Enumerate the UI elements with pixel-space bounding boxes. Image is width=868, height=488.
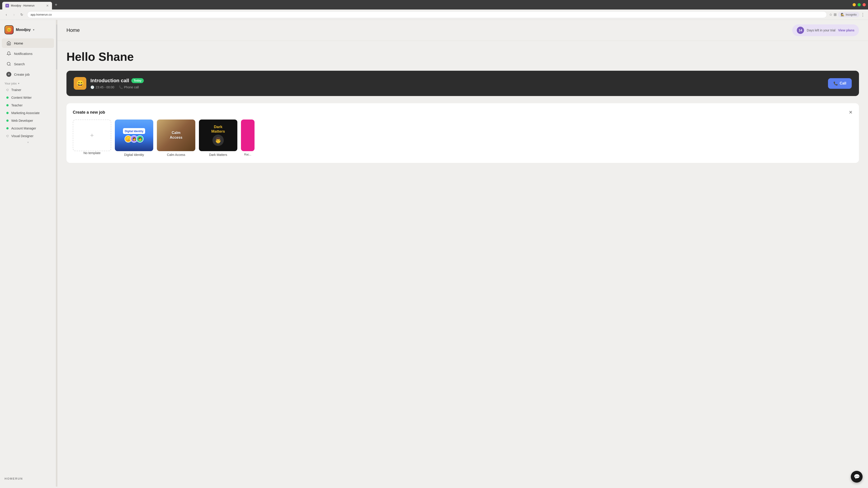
template-name: Digital Identity — [115, 153, 153, 157]
brand-name: Moodjoy — [16, 28, 31, 32]
maximize-button[interactable] — [858, 3, 861, 6]
homerun-logo: HOMERUN — [4, 477, 51, 480]
incognito-label: Incognito — [846, 13, 857, 16]
tab-favicon: M — [5, 4, 9, 7]
your-jobs-section-label: Your jobs ▾ — [0, 79, 56, 86]
address-bar-row: ‹ › ↻ app.homerun.co ☆ ⊞ 🕵 Incognito ⋮ — [0, 9, 868, 20]
brand-header: 😊 Moodjoy ▾ — [0, 24, 56, 38]
job-label: Trainer — [11, 88, 21, 92]
create-job-section: Create a new job ✕ + No template — [66, 103, 859, 163]
job-status-dot — [6, 104, 8, 106]
active-tab[interactable]: M Moodjoy · Homerun ✕ — [2, 2, 52, 9]
create-job-section-title: Create a new job — [73, 110, 105, 115]
interview-card: 😄 Introduction call Today 🕐 23:45 - 00:0… — [66, 71, 859, 96]
job-label: Web Developer — [11, 119, 33, 123]
minimize-button[interactable] — [852, 3, 856, 6]
close-create-job-button[interactable]: ✕ — [849, 109, 852, 115]
job-status-dot — [6, 135, 8, 137]
template-card-no-template[interactable]: + No template — [73, 120, 111, 157]
sidebar: 😊 Moodjoy ▾ Home Notifications Search — [0, 20, 56, 487]
window-controls — [852, 3, 866, 6]
view-plans-button[interactable]: View plans — [838, 29, 855, 32]
close-button[interactable] — [863, 3, 866, 6]
search-icon — [6, 61, 11, 66]
template-name: Calm Access — [157, 153, 195, 157]
svg-point-0 — [7, 62, 10, 65]
calm-access-text: CalmAccess — [170, 131, 182, 140]
brand-logo: 😊 — [4, 25, 13, 34]
sidebar-item-home[interactable]: Home — [2, 38, 54, 48]
create-job-button[interactable]: + Create job — [2, 70, 54, 79]
tab-title: Moodjoy · Homerun — [11, 4, 44, 7]
job-label: Content Writer — [11, 96, 32, 99]
type-text: Phone call — [124, 86, 139, 89]
job-label: Account Manager — [11, 127, 36, 130]
interview-title-text: Introduction call — [90, 78, 129, 84]
sidebar-footer: HOMERUN — [0, 474, 56, 483]
page-title: Home — [66, 27, 80, 33]
reload-button[interactable]: ↻ — [19, 11, 25, 18]
address-bar[interactable]: app.homerun.co — [27, 11, 827, 18]
sidebar-item-marketing-associate[interactable]: Marketing Associate — [2, 109, 54, 117]
svg-line-1 — [10, 65, 11, 66]
chevron-down-icon: ▾ — [18, 82, 20, 85]
trial-text: Days left in your trial — [807, 29, 835, 32]
template-card-race[interactable]: Rac... — [241, 120, 254, 157]
main-content: Home 14 Days left in your trial View pla… — [57, 20, 868, 487]
search-label: Search — [14, 62, 25, 66]
template-name: Rac... — [241, 153, 254, 156]
chat-icon: 💬 — [854, 474, 860, 480]
notifications-label: Notifications — [14, 52, 33, 56]
call-label: Call — [840, 81, 846, 86]
create-job-label: Create job — [14, 72, 30, 76]
sidebar-item-web-developer[interactable]: Web Developer — [2, 117, 54, 124]
trial-count-badge: 14 — [797, 27, 804, 34]
brand-dropdown-icon[interactable]: ▾ — [33, 28, 34, 31]
template-card-dark-matters[interactable]: DarkMatters 👨 Dark Matters — [199, 120, 237, 157]
bookmark-button[interactable]: ☆ — [829, 12, 832, 17]
clock-icon: 🕐 — [90, 86, 94, 89]
job-status-dot — [6, 89, 8, 91]
trial-banner: 14 Days left in your trial View plans — [792, 24, 859, 36]
chat-button[interactable]: 💬 — [851, 471, 863, 483]
job-label: Visual Designer — [11, 134, 33, 138]
call-phone-icon: 📞 — [833, 81, 838, 86]
digital-identity-bg: Digital Identity 👱 👩 🧑 — [115, 120, 153, 151]
new-tab-button[interactable]: + — [52, 2, 60, 7]
template-card-calm-access[interactable]: CalmAccess Calm Access — [157, 120, 195, 157]
job-status-dot — [6, 112, 8, 114]
job-status-dot — [6, 127, 8, 129]
bell-icon — [6, 51, 11, 56]
forward-button[interactable]: › — [11, 11, 17, 18]
phone-icon: 📞 — [119, 86, 123, 89]
menu-button[interactable]: ⋮ — [861, 12, 865, 17]
interview-info: Introduction call Today 🕐 23:45 - 00:00 … — [90, 78, 144, 89]
sidebar-item-search[interactable]: Search — [2, 59, 54, 69]
sidebar-item-notifications[interactable]: Notifications — [2, 49, 54, 58]
back-button[interactable]: ‹ — [3, 11, 9, 18]
sidebar-item-account-manager[interactable]: Account Manager — [2, 125, 54, 132]
sidebar-item-teacher[interactable]: Teacher — [2, 102, 54, 109]
your-jobs-label: Your jobs — [4, 82, 17, 85]
tab-list: M Moodjoy · Homerun ✕ + — [2, 0, 851, 9]
sidebar-item-visual-designer[interactable]: Visual Designer — [2, 132, 54, 140]
sidebar-item-trainer[interactable]: Trainer — [2, 86, 54, 94]
url-display: app.homerun.co — [31, 13, 52, 16]
template-card-digital-identity[interactable]: Digital Identity 👱 👩 🧑 — [115, 120, 153, 157]
template-name: Dark Matters — [199, 153, 237, 157]
greeting-heading: Hello Shane — [66, 50, 859, 64]
close-tab-icon[interactable]: ✕ — [46, 4, 49, 7]
page-body: Hello Shane 😄 Introduction call Today — [57, 41, 868, 487]
home-icon — [6, 41, 11, 46]
interview-time: 🕐 23:45 - 00:00 — [90, 86, 114, 89]
scroll-down-indicator: ▾ — [0, 140, 56, 145]
job-label: Marketing Associate — [11, 111, 39, 115]
sidebar-item-content-writer[interactable]: Content Writer — [2, 94, 54, 101]
sidebar-toggle-button[interactable]: ⊞ — [834, 12, 837, 17]
home-label: Home — [14, 41, 23, 45]
call-button[interactable]: 📞 Call — [828, 78, 852, 89]
interview-avatar: 😄 — [74, 77, 86, 90]
template-name: No template — [73, 151, 111, 155]
time-text: 23:45 - 00:00 — [96, 86, 114, 89]
page-header: Home 14 Days left in your trial View pla… — [57, 20, 868, 41]
